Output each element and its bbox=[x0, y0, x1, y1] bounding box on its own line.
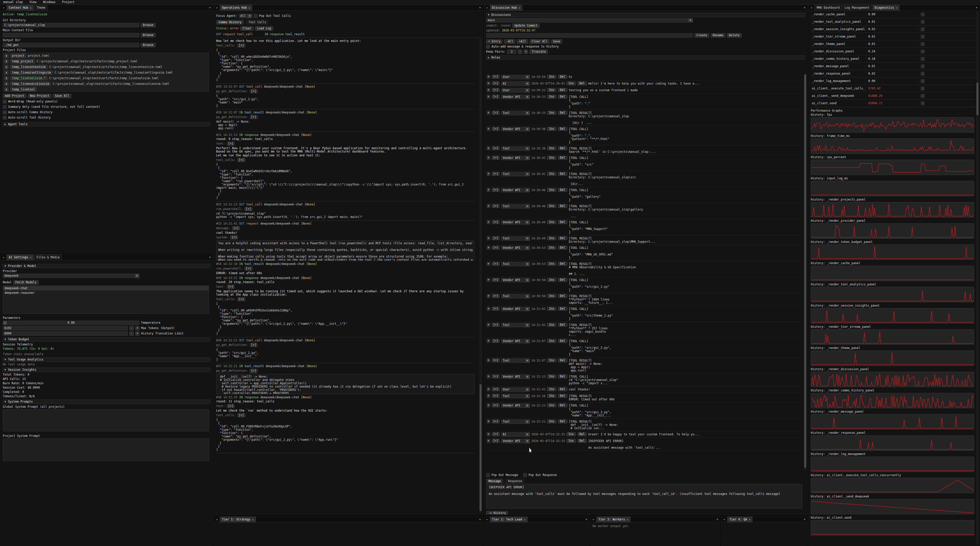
timing-checkbox[interactable]: ✓ bbox=[921, 49, 924, 53]
role-select[interactable]: Tool▼ bbox=[501, 111, 530, 115]
close-icon[interactable]: ✕ bbox=[248, 6, 250, 10]
row-add-button[interactable]: + bbox=[487, 420, 490, 423]
history-limit-minus-button[interactable]: - bbox=[129, 331, 134, 336]
row-expand-button[interactable]: [+] bbox=[492, 278, 500, 282]
row-del-button[interactable]: Del bbox=[558, 262, 567, 266]
row-del-button[interactable]: Del bbox=[558, 188, 567, 192]
role-select[interactable]: Tool▼ bbox=[501, 236, 530, 241]
role-select[interactable]: Vendor API▼ bbox=[501, 220, 530, 225]
expand-button[interactable]: [+] bbox=[237, 158, 245, 162]
save-all-button[interactable]: Save All bbox=[53, 94, 71, 98]
role-select[interactable]: Vendor API▼ bbox=[501, 339, 530, 343]
row-expand-button[interactable]: [+] bbox=[492, 432, 500, 436]
roles-header[interactable]: ▶ Roles bbox=[486, 56, 805, 60]
autoadd-checkbox[interactable]: ✓ bbox=[486, 45, 490, 48]
row-add-button[interactable]: + bbox=[487, 394, 490, 398]
popout-message-checkbox[interactable] bbox=[486, 473, 490, 477]
role-select[interactable]: User▼ bbox=[501, 75, 530, 79]
role-select[interactable]: Tool▼ bbox=[501, 262, 530, 266]
tab-tier-1-strategy[interactable]: Tier 1: Strategy✕ bbox=[220, 517, 256, 522]
max-tokens-input[interactable]: 8192 bbox=[3, 326, 128, 330]
role-select[interactable]: Vendor API▼ bbox=[501, 375, 530, 379]
role-select[interactable]: Vendor API▼ bbox=[501, 278, 530, 282]
load-log-button[interactable]: Load Log bbox=[255, 26, 273, 31]
close-icon[interactable]: ✕ bbox=[803, 6, 805, 9]
timing-checkbox[interactable]: ✓ bbox=[921, 35, 924, 38]
project-file-tag-button[interactable]: project bbox=[10, 54, 26, 58]
row-expand-button[interactable]: [+] bbox=[492, 375, 500, 378]
row-add-button[interactable]: + bbox=[487, 294, 490, 298]
row-del-button[interactable]: Del bbox=[558, 220, 567, 224]
project-file-tag-button[interactable]: temp_livetoolssim * bbox=[10, 76, 48, 80]
row-ins-button[interactable]: Ins bbox=[547, 75, 556, 79]
expand-button[interactable]: [+] bbox=[227, 404, 235, 408]
timing-checkbox[interactable]: ✓ bbox=[921, 94, 924, 98]
row-del-button[interactable]: Del bbox=[558, 156, 567, 160]
fetch-models-button[interactable]: Fetch Models bbox=[13, 280, 38, 285]
ops-scrollbar[interactable] bbox=[479, 38, 482, 513]
expand-button[interactable]: [+] bbox=[237, 297, 245, 301]
row-ins-button[interactable]: Ins bbox=[547, 323, 556, 327]
panel-collapse-icon[interactable]: ▾ bbox=[721, 517, 727, 522]
role-select[interactable]: Tool▼ bbox=[501, 172, 530, 176]
role-select[interactable]: Tool▼ bbox=[501, 294, 530, 299]
row-expand-button[interactable]: [+] bbox=[492, 307, 500, 311]
row-add-button[interactable]: + bbox=[487, 188, 490, 192]
project-file-tag-button[interactable]: temp_livetool bbox=[10, 87, 37, 91]
tab-response[interactable]: Response bbox=[506, 479, 524, 484]
menu-item-project[interactable]: Project bbox=[59, 0, 78, 4]
row-ins-button[interactable]: Ins bbox=[547, 220, 556, 224]
project-file-tag-button[interactable]: temp_project bbox=[10, 59, 35, 63]
entry-all-button[interactable]: -All bbox=[504, 39, 515, 44]
panel-collapse-icon[interactable]: ▾ bbox=[590, 517, 596, 522]
provider-model-header[interactable]: ▼ Provider & Model bbox=[3, 264, 210, 268]
discussions-header[interactable]: ▼ Discussions bbox=[486, 13, 805, 17]
row-expand-button[interactable]: [+] bbox=[492, 262, 500, 266]
close-icon[interactable]: ✕ bbox=[749, 518, 750, 521]
remove-file-button[interactable]: x bbox=[4, 65, 8, 69]
expand-button[interactable]: [+] bbox=[232, 227, 240, 230]
row-ins-button[interactable]: Ins bbox=[547, 262, 556, 266]
row-ins-button[interactable]: Ins bbox=[547, 188, 556, 192]
row-del-button[interactable]: Del bbox=[558, 246, 567, 250]
role-select[interactable]: Tool▼ bbox=[501, 323, 530, 327]
provider-select[interactable]: deepseek ▼ bbox=[3, 274, 139, 278]
timing-checkbox[interactable]: ✓ bbox=[921, 27, 924, 31]
discussion-name-input[interactable] bbox=[486, 33, 693, 38]
tab-operations-hub[interactable]: Operations Hub ✕ bbox=[220, 5, 252, 11]
panel-collapse-icon[interactable]: ▾ bbox=[484, 5, 490, 11]
entry-all-button[interactable]: +All bbox=[517, 39, 528, 44]
panel-collapse-icon[interactable]: ▾ bbox=[1, 5, 6, 11]
row-del-button[interactable]: Del bbox=[558, 278, 567, 282]
keep-pairs-plus-button[interactable]: + bbox=[524, 49, 528, 54]
row-add-button[interactable]: + bbox=[487, 172, 490, 176]
diagnostics-scrollbar[interactable] bbox=[976, 11, 979, 544]
max-tokens-minus-button[interactable]: - bbox=[129, 326, 134, 330]
role-select[interactable]: Vendor API▼ bbox=[501, 404, 530, 408]
row-ins-button[interactable]: Ins bbox=[547, 387, 556, 391]
close-icon[interactable]: ✕ bbox=[585, 518, 587, 521]
tab-discussion-hub[interactable]: Discussion Hub ✕ bbox=[490, 5, 522, 11]
row-expand-button[interactable]: [+] bbox=[492, 294, 500, 298]
tab-comms-history[interactable]: Comms History bbox=[216, 20, 244, 24]
role-select[interactable]: Vendor API▼ bbox=[501, 307, 530, 311]
row-ins-button[interactable]: Ins bbox=[547, 375, 556, 378]
row-expand-button[interactable]: [+] bbox=[492, 111, 500, 115]
row-ins-button[interactable]: Ins bbox=[547, 394, 556, 398]
row-del-button[interactable]: Del bbox=[558, 236, 567, 240]
timing-checkbox[interactable]: ✓ bbox=[921, 57, 924, 61]
timing-checkbox[interactable]: ✓ bbox=[921, 64, 924, 68]
row-ins-button[interactable]: Ins bbox=[547, 294, 556, 298]
panel-collapse-icon[interactable]: ▾ bbox=[214, 5, 220, 11]
expand-button[interactable]: [+] bbox=[245, 267, 252, 271]
keep-pairs-minus-button[interactable]: - bbox=[518, 49, 522, 54]
discussion-scrollbar[interactable] bbox=[804, 74, 807, 470]
panel-collapse-icon[interactable]: ▾ bbox=[484, 517, 490, 522]
row-add-button[interactable]: + bbox=[487, 358, 490, 362]
row-add-button[interactable]: + bbox=[487, 323, 490, 327]
row-add-button[interactable]: + bbox=[487, 81, 490, 85]
tab-log-management[interactable]: Log Management bbox=[842, 5, 872, 11]
row-ins-button[interactable]: Ins bbox=[566, 432, 576, 436]
row-ins-button[interactable]: Ins bbox=[547, 111, 556, 115]
tab-tier-3-workers[interactable]: Tier 3: Workers✕ bbox=[596, 517, 631, 522]
